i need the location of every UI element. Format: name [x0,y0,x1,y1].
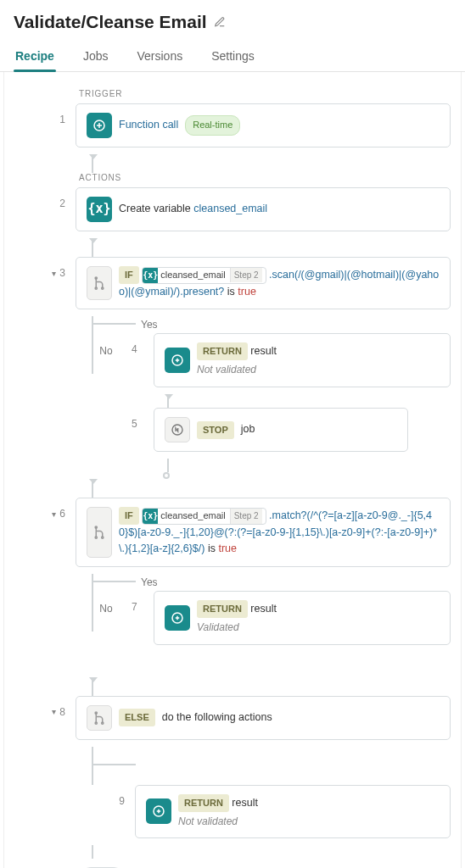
step-7[interactable]: 7 RETURN result Validated [132,591,451,645]
true-keyword: true [218,542,237,554]
edit-title-icon[interactable] [214,16,226,28]
stop-target: job [241,421,255,437]
step-number: 8 [59,706,65,718]
step-text: Create variable [119,203,193,214]
pill-var-icon: {x} [143,509,158,524]
step-8[interactable]: ▾8 ELSE do the following actions [14,696,451,740]
step-2[interactable]: 2 {x} Create variable cleansed_email [14,187,451,231]
function-call-icon [87,113,112,138]
step-number: 6 [59,508,65,520]
pill-label: cleansed_email [160,268,225,282]
is-label: is [224,286,238,298]
section-actions-label: ACTIONS [79,173,451,182]
step-4[interactable]: 4 RETURN result Not validated [132,333,451,387]
tab-bar: Recipe Jobs Versions Settings [0,37,465,72]
step-5[interactable]: 5 STOP job [132,408,451,452]
return-value: Not validated [197,362,277,378]
page-title: Validate/Cleanse Email [14,12,207,32]
branch-icon [87,266,112,300]
return-value: Validated [197,620,277,636]
tab-recipe[interactable]: Recipe [14,49,56,71]
branch-icon [87,507,112,558]
branch-icon [87,705,112,731]
step-number: 3 [59,267,65,279]
recipe-canvas: TRIGGER 1 Function call Real-time ACTION… [3,72,462,868]
step-number: 5 [132,418,137,430]
branch-yes-3: Yes [92,316,451,333]
tab-jobs[interactable]: Jobs [81,49,110,71]
if-keyword: IF [119,507,139,525]
is-label: is [204,542,218,554]
return-icon [165,605,190,631]
pill-var-icon: {x} [143,268,158,283]
collapse-icon[interactable]: ▾ [52,269,56,278]
branch-no-3: No [81,333,132,357]
step-1[interactable]: 1 Function call Real-time [14,103,451,147]
step-number: 4 [132,343,137,355]
section-trigger-label: TRIGGER [79,89,451,98]
branch-no-6: No [81,591,132,615]
collapse-icon[interactable]: ▾ [52,509,56,519]
branch-yes-6: Yes [92,574,451,591]
datapill-cleansed-email[interactable]: {x} cleansed_email Step 2 [142,508,266,525]
true-keyword: true [238,286,256,298]
return-value: Not validated [178,814,258,830]
if-keyword: IF [119,266,139,284]
return-keyword: RETURN [178,794,229,812]
pill-step-ref: Step 2 [230,509,262,524]
datapill-cleansed-email[interactable]: {x} cleansed_email Step 2 [142,267,266,284]
variable-name: cleansed_email [193,203,267,214]
return-keyword: RETURN [197,600,248,618]
return-keyword: RETURN [197,342,248,360]
step-number: 7 [132,601,137,613]
pill-label: cleansed_email [160,509,225,523]
variable-icon: {x} [87,197,112,222]
return-target: result [250,345,277,357]
tab-versions[interactable]: Versions [136,49,185,71]
return-target: result [250,603,277,615]
pill-step-ref: Step 2 [230,268,262,283]
page-header: Validate/Cleanse Email [0,0,465,37]
collapse-icon[interactable]: ▾ [52,707,56,716]
else-text: do the following actions [162,709,272,726]
step-6[interactable]: ▾6 IF {x} cleansed_email Step 2 .match?(… [14,498,451,567]
trigger-name: Function call [119,117,178,133]
realtime-badge: Real-time [185,115,240,135]
step-number: 2 [59,198,65,209]
step-3[interactable]: ▾3 IF {x} cleansed_email Step 2 .scan(/(… [14,257,451,309]
step-number: 1 [59,114,65,125]
tab-settings[interactable]: Settings [210,49,256,71]
return-target: result [232,797,258,809]
stop-icon [165,417,190,442]
stop-keyword: STOP [197,421,234,439]
step-9[interactable]: 9 RETURN result Not validated [74,785,451,839]
return-icon [165,348,190,373]
return-icon [146,798,171,824]
else-keyword: ELSE [119,709,155,726]
step-number: 9 [119,795,125,807]
